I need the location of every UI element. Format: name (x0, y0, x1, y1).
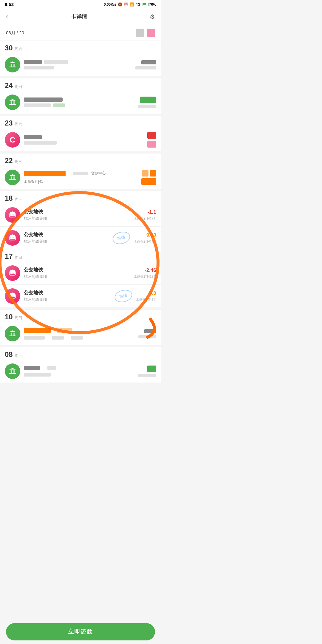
table-row[interactable] (0, 360, 161, 383)
day-section-22: 22 周五 贷款中心 工商银行[41 (0, 154, 161, 189)
signal-icon: 📶 (130, 2, 134, 7)
tx-name: 公交地铁 (24, 209, 130, 215)
merchant-label: 贷款中心 (91, 171, 106, 176)
day-section-08: 08 周五 (0, 347, 161, 383)
bank-label: 工商银行[41 (24, 179, 43, 184)
tx-info: 公交地铁 杭州地铁集团 (24, 232, 109, 244)
day-weekday: 周一 (15, 197, 22, 202)
blur-amount (141, 60, 156, 64)
page-title: 卡详情 (71, 13, 87, 20)
day-section-10: 10 周日 (0, 310, 161, 345)
table-row[interactable]: 公交地铁 杭州地铁集团 冻结 9.00 工商银行[4171] (0, 227, 161, 249)
tx-sub: 杭州地铁集团 (24, 239, 109, 244)
tx-icon-metro (5, 265, 20, 281)
orange-bar-light (57, 328, 72, 333)
tx-amount: -1.1 工商银行[4171] (134, 209, 156, 221)
network-speed: 0.00K/s (104, 2, 116, 7)
tx-amount: 9.00 工商银行[4171] (134, 232, 156, 244)
day-weekday: 周日 (15, 84, 22, 89)
tx-info: 公交地铁 杭州地铁集团 (24, 267, 130, 279)
tx-icon-metro (5, 288, 20, 304)
annotated-section: 18 周一 公交地铁 杭州地铁集团 -1.1 工商银行[4171] (0, 191, 161, 307)
tx-content-blurred (24, 328, 135, 340)
day-section-24: 24 周日 (0, 78, 161, 114)
amount-value: 9.00 (134, 232, 156, 238)
tx-sub: 杭州地铁集团 (24, 297, 111, 302)
blur-block (24, 103, 51, 107)
bank-label: 工商银行[4171] (134, 216, 156, 221)
blur-block (24, 336, 45, 340)
frozen-stamp: 冻结 (113, 288, 133, 304)
day-header-10: 10 周日 (0, 310, 161, 322)
day-header-17: 17 周日 (0, 249, 161, 262)
tx-content-blurred (24, 366, 135, 377)
day-weekday: 周六 (15, 47, 22, 52)
table-row[interactable]: C (0, 129, 161, 151)
status-right: 0.00K/s 🔕 ⏰ 📶 4G 70% (104, 2, 156, 7)
blur-block (53, 103, 65, 107)
settings-button[interactable]: ⚙ (150, 13, 155, 20)
tx-icon-metro (5, 230, 20, 246)
day-number: 22 (5, 157, 13, 165)
day-weekday: 周五 (15, 353, 22, 358)
status-time: 9:52 (5, 2, 14, 7)
filter-squares (136, 29, 155, 37)
day-section-30: 30 周六 (0, 41, 161, 76)
sq-orange (150, 170, 156, 177)
transaction-list: 30 周六 (0, 41, 161, 412)
date-label[interactable]: 06月 / 20 (6, 30, 24, 36)
clock-icon: ⏰ (124, 2, 128, 7)
table-row[interactable] (0, 53, 161, 76)
tx-info: 公交地铁 杭州地铁集团 (24, 290, 111, 302)
blur-amount-orange (141, 178, 156, 185)
day-header-22: 22 周五 (0, 154, 161, 166)
day-section-17: 17 周日 公交地铁 杭州地铁集团 -2.46 工商银行[4171] (0, 249, 161, 307)
day-header-23: 23 周六 (0, 116, 161, 129)
blur-block (24, 373, 51, 377)
table-row[interactable] (0, 91, 161, 114)
table-row[interactable] (0, 322, 161, 345)
table-row[interactable]: 公交地铁 杭州地铁集团 -1.1 工商银行[4171] (0, 204, 161, 227)
date-filter-row: 06月 / 20 (0, 25, 161, 41)
table-row[interactable]: 贷款中心 工商银行[41 (0, 166, 161, 189)
blur-block (44, 60, 68, 64)
tx-icon-credit: C (5, 132, 20, 148)
tx-icon-bank (5, 363, 20, 379)
table-row[interactable]: 公交地铁 杭州地铁集团 冻结 9.0 工商银行[417] (0, 285, 161, 307)
tx-content-blurred: 贷款中心 工商银行[41 (24, 171, 138, 184)
tx-sub: 杭州地铁集团 (24, 274, 130, 279)
back-button[interactable]: ‹ (6, 13, 8, 21)
tx-amount: -2.46 工商银行[4171] (134, 267, 156, 279)
tx-name: 公交地铁 (24, 267, 130, 273)
tx-amount: 9.0 工商银行[417] (136, 290, 156, 302)
battery-indicator: 70% (142, 2, 156, 7)
day-header-24: 24 周日 (0, 78, 161, 91)
amount-value: 9.0 (136, 290, 156, 296)
blur-amount-pink (147, 141, 156, 148)
sq-orange-light (142, 170, 148, 177)
tx-icon-metro (5, 207, 20, 223)
tx-info: 公交地铁 杭州地铁集团 (24, 209, 130, 221)
filter-square-gray[interactable] (136, 29, 144, 37)
day-header-08: 08 周五 (0, 347, 161, 360)
orange-bar (24, 171, 66, 176)
bank-label: 工商银行[4171] (134, 274, 156, 279)
tx-icon-bank (5, 57, 20, 72)
blur-block (24, 97, 63, 102)
table-row[interactable]: 公交地铁 杭州地铁集团 -2.46 工商银行[4171] (0, 262, 161, 285)
blur-block (24, 366, 40, 370)
day-section-18: 18 周一 公交地铁 杭州地铁集团 -1.1 工商银行[4171] (0, 191, 161, 249)
frozen-stamp: 冻结 (111, 230, 131, 246)
tx-sub: 杭州地铁集团 (24, 216, 130, 221)
day-weekday: 周六 (15, 122, 22, 127)
blur-block (24, 141, 57, 145)
blur-bank (138, 335, 156, 338)
blur-bank (135, 66, 156, 69)
blur-amount-green (147, 366, 156, 372)
filter-square-pink[interactable] (147, 29, 155, 37)
tx-content-blurred (24, 135, 144, 145)
tx-icon-bank (5, 170, 20, 185)
mute-icon: 🔕 (118, 2, 122, 7)
battery-percentage: 70% (149, 2, 156, 7)
day-weekday: 周日 (15, 315, 22, 321)
